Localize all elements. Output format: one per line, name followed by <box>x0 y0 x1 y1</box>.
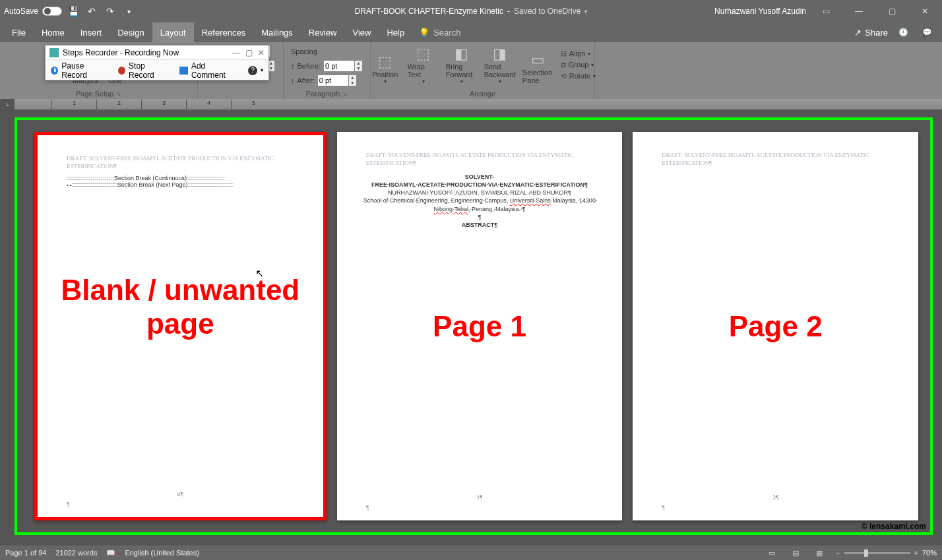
page-setup-label: Page Setup <box>76 90 114 98</box>
section-break-next-page: • •:::::::::::::::::::::::::::::::::::::… <box>67 181 294 188</box>
add-comment-icon <box>179 67 188 75</box>
stop-icon <box>118 67 125 75</box>
comments-icon[interactable]: 💬 <box>918 23 935 42</box>
page-1-body: SOLVENT-FREE·ISOAMYL·ACETATE·PRODUCTION·… <box>363 173 596 229</box>
quick-access-toolbar: 💾 ↶ ↷ ▾ <box>67 5 135 17</box>
page-number: ii¶ <box>177 491 183 497</box>
page-number: 1¶ <box>477 494 483 501</box>
autosave-label: AutoSave <box>4 7 38 16</box>
minimize-icon[interactable]: — <box>846 2 872 20</box>
ribbon-display-options-icon[interactable]: ▭ <box>813 2 839 20</box>
qat-more-icon[interactable]: ▾ <box>123 5 135 17</box>
ruler-corner: ʟ <box>0 99 15 109</box>
status-page[interactable]: Page 1 of 94 <box>5 549 46 557</box>
group-arrange: ⬚Position▾ ⬚Wrap Text▾ ◧Bring Forward▾ ◨… <box>371 42 595 99</box>
page-number: 2¶ <box>772 494 778 501</box>
recorder-maximize-icon[interactable]: ▢ <box>245 48 253 57</box>
share-label: Share <box>865 28 888 38</box>
bring-forward-icon: ◧ <box>455 46 468 63</box>
tab-layout[interactable]: Layout <box>152 22 194 42</box>
horizontal-ruler[interactable]: ʟ 1 2 3 4 5 <box>0 99 942 109</box>
copyright-watermark: © lensakami.com <box>862 522 926 531</box>
paragraph-dialog-icon[interactable]: ↘ <box>342 90 348 97</box>
spacing-after-icon: ↕ <box>291 77 295 84</box>
web-layout-icon[interactable]: ▦ <box>812 547 827 558</box>
position-button[interactable]: ⬚Position▾ <box>369 45 401 84</box>
share-icon: ↗ <box>854 28 862 38</box>
pause-icon: ⏸ <box>51 67 58 75</box>
save-icon[interactable]: 💾 <box>67 5 79 17</box>
annotation-green-box: DRAFT: SOLVENT-FREE ISOAMYL ACETATE PROD… <box>15 117 933 535</box>
steps-recorder-title: Steps Recorder - Recording Now <box>63 48 179 57</box>
tab-insert[interactable]: Insert <box>73 22 110 42</box>
print-layout-icon[interactable]: ▤ <box>788 547 803 558</box>
recorder-close-icon[interactable]: ✕ <box>258 48 265 57</box>
tab-mailings[interactable]: Mailings <box>253 22 301 42</box>
tab-help[interactable]: Help <box>379 22 412 42</box>
autosave-toggle[interactable] <box>42 7 62 16</box>
search-placeholder: Search <box>433 28 460 38</box>
status-language[interactable]: English (United States) <box>125 549 199 557</box>
user-name[interactable]: Nurhazwani Yusoff Azudin <box>714 7 806 16</box>
align-button[interactable]: ⊟Align▾ <box>561 49 596 58</box>
spacing-after-input[interactable] <box>317 75 349 86</box>
document-page-blank[interactable]: DRAFT: SOLVENT-FREE ISOAMYL ACETATE PROD… <box>34 132 327 520</box>
steps-recorder-titlebar[interactable]: Steps Recorder - Recording Now — ▢ ✕ <box>46 46 268 60</box>
document-page-2[interactable]: DRAFT: SOLVENT-FREE ISOAMYL ACETATE PROD… <box>633 132 918 520</box>
section-break-continuous: ::::::::::::::::::::::::::::::::::::::::… <box>67 175 294 181</box>
zoom-control[interactable]: − + 70% <box>836 549 937 557</box>
tab-references[interactable]: References <box>194 22 253 42</box>
zoom-in-icon[interactable]: + <box>914 549 918 557</box>
position-icon: ⬚ <box>378 53 392 71</box>
search-icon: 💡 <box>419 28 429 38</box>
read-mode-icon[interactable]: ▭ <box>765 547 779 558</box>
recorder-help-button[interactable]: ?▾ <box>248 66 263 75</box>
status-words[interactable]: 21022 words <box>55 549 97 557</box>
rotate-button[interactable]: ⟲Rotate▾ <box>561 72 596 80</box>
recorder-minimize-icon[interactable]: — <box>232 48 240 57</box>
spacing-after-spinner[interactable]: ▲▼ <box>349 75 357 86</box>
group-button[interactable]: ⧉Group▾ <box>561 61 596 69</box>
history-icon[interactable]: 🕘 <box>895 23 912 42</box>
page-setup-dialog-icon[interactable]: ↘ <box>116 90 121 97</box>
undo-icon[interactable]: ↶ <box>86 5 98 17</box>
zoom-level[interactable]: 70% <box>922 549 937 557</box>
document-area: DRAFT: SOLVENT-FREE ISOAMYL ACETATE PROD… <box>0 109 942 545</box>
send-backward-button[interactable]: ◨Send Backward▾ <box>484 45 516 84</box>
spacing-before-input[interactable] <box>323 60 355 72</box>
tab-view[interactable]: View <box>344 22 379 42</box>
ruler-mark: 4 <box>186 100 231 109</box>
share-button[interactable]: ↗ Share <box>854 28 888 38</box>
title-dropdown-icon[interactable]: ▾ <box>584 9 587 15</box>
pause-record-button[interactable]: ⏸Pause Record <box>51 61 109 80</box>
page-header: DRAFT: SOLVENT-FREE ISOAMYL ACETATE PROD… <box>67 155 294 170</box>
document-page-1[interactable]: DRAFT: SOLVENT-FREE ISOAMYL ACETATE PROD… <box>337 132 623 520</box>
close-icon[interactable]: ✕ <box>912 2 938 20</box>
tab-design[interactable]: Design <box>110 22 152 42</box>
tell-me-search[interactable]: 💡 Search <box>419 22 460 42</box>
wrap-text-button[interactable]: ⬚Wrap Text▾ <box>408 45 439 84</box>
autosave-control[interactable]: AutoSave On <box>4 7 58 16</box>
restore-icon[interactable]: ▢ <box>879 2 905 20</box>
zoom-slider[interactable] <box>844 552 910 554</box>
wrap-text-icon: ⬚ <box>416 46 430 63</box>
pilcrow-mark: ¶ <box>67 501 70 508</box>
annotation-page-1: Page 1 <box>337 310 623 343</box>
spacing-before-icon: ↕ <box>291 62 295 70</box>
send-backward-icon: ◨ <box>493 46 507 63</box>
tab-file[interactable]: File <box>4 22 34 42</box>
status-bar: Page 1 of 94 21022 words 📖 English (Unit… <box>0 545 942 560</box>
ruler-mark: 5 <box>231 100 276 109</box>
bring-forward-button[interactable]: ◧Bring Forward▾ <box>446 45 478 84</box>
ruler-mark: 3 <box>141 100 186 109</box>
steps-recorder-window[interactable]: Steps Recorder - Recording Now — ▢ ✕ ⏸Pa… <box>45 45 269 80</box>
add-comment-button[interactable]: Add Comment <box>179 61 239 80</box>
spacing-before-spinner[interactable]: ▲▼ <box>355 60 363 72</box>
redo-icon[interactable]: ↷ <box>104 5 116 17</box>
spellcheck-icon[interactable]: 📖 <box>106 549 115 557</box>
tab-review[interactable]: Review <box>301 22 345 42</box>
zoom-out-icon[interactable]: − <box>836 549 840 557</box>
tab-home[interactable]: Home <box>34 22 73 42</box>
stop-record-button[interactable]: Stop Record <box>118 61 170 80</box>
selection-pane-button[interactable]: ▭Selection Pane <box>522 45 554 84</box>
